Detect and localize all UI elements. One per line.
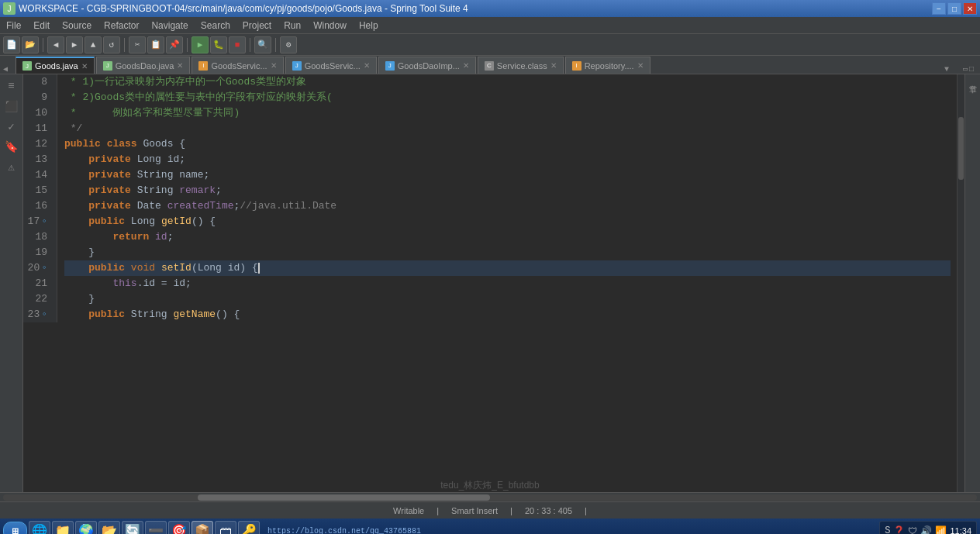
menu-source[interactable]: Source — [56, 17, 98, 33]
toolbar-search[interactable]: 🔍 — [254, 36, 271, 53]
tab-close-repository[interactable]: ✕ — [637, 61, 644, 70]
taskbar-ie[interactable]: 🌐 — [29, 521, 50, 534]
status-center: Writable | Smart Insert | 20 : 33 : 405 … — [393, 506, 587, 515]
taskbar-chrome[interactable]: 🌍 — [75, 521, 97, 534]
tab-goodsservic1[interactable]: I GoodsServic... ✕ — [192, 57, 283, 74]
editor-container: ≡ ⬛ ✓ 🔖 ⚠ 8 9 10 11 12 13 14 15 16 17 18… — [0, 74, 980, 492]
line-num-12: 12 — [23, 136, 52, 152]
code-line-13: private Long id; — [64, 152, 951, 167]
title-bar: J WORKSPACE - CGB-SPRINGBOOT-04/src/main… — [0, 0, 980, 17]
taskbar-target[interactable]: 🎯 — [168, 521, 190, 534]
taskbar-sts[interactable]: 📦 — [192, 521, 213, 534]
code-line-17: public Long getId() { — [64, 214, 951, 229]
tab-label-goodsdaoimp: GoodsDaoImp... — [398, 61, 460, 71]
tab-goodsdao-java[interactable]: J GoodsDao.java ✕ — [96, 57, 191, 74]
menu-window[interactable]: Window — [307, 17, 353, 33]
line-num-23: 23 — [23, 307, 52, 322]
breakpoints-icon[interactable]: ⬛ — [3, 98, 20, 115]
tab-close-goodsdaoimp[interactable]: ✕ — [463, 61, 469, 70]
tab-goodsdaoimp[interactable]: J GoodsDaoImp... ✕ — [378, 57, 476, 74]
taskbar-minus[interactable]: ➖ — [145, 521, 167, 534]
view-min[interactable]: ▭ — [963, 64, 968, 74]
line-num-10: 10 — [23, 105, 52, 121]
tab-overflow[interactable]: ▼ — [944, 65, 949, 74]
menu-project[interactable]: Project — [236, 17, 278, 33]
view-max[interactable]: □ — [969, 65, 974, 74]
scrollbar-thumb[interactable] — [958, 117, 964, 180]
tray-shield[interactable]: 🛡 — [908, 525, 917, 535]
tab-goodsservic2[interactable]: J GoodsServic... ✕ — [285, 57, 377, 74]
taskbar-key[interactable]: 🔑 — [238, 521, 260, 534]
tasks-icon[interactable]: ✓ — [3, 118, 20, 135]
tab-close-goodsservic1[interactable]: ✕ — [271, 61, 277, 70]
h-scrollbar-thumb[interactable] — [198, 494, 490, 501]
tray-sound[interactable]: 🔊 — [920, 525, 932, 535]
clock: 11:34 — [950, 525, 971, 534]
tab-icon-goodsservic2: J — [292, 61, 302, 71]
outline-icon[interactable]: ≡ — [3, 78, 20, 95]
tab-repository[interactable]: I Repository.... ✕ — [565, 57, 650, 74]
tab-serviceclass[interactable]: C Service.class ✕ — [478, 57, 564, 74]
code-line-21: this.id = id; — [64, 276, 951, 291]
toolbar-new[interactable]: 📄 — [3, 36, 20, 53]
toolbar-forward[interactable]: ▶ — [66, 36, 83, 53]
taskbar-explorer[interactable]: 📁 — [52, 521, 74, 534]
menu-navigate[interactable]: Navigate — [145, 17, 194, 33]
taskbar-box[interactable]: 🗃 — [215, 521, 236, 534]
toolbar-open[interactable]: 📂 — [22, 36, 39, 53]
tab-icon-goodsservic1: I — [198, 61, 208, 71]
start-button[interactable]: ⊞ — [3, 522, 27, 534]
tray-s[interactable]: S — [885, 525, 890, 534]
tab-close-goodsservic2[interactable]: ✕ — [364, 61, 370, 70]
bookmarks-icon[interactable]: 🔖 — [3, 138, 20, 155]
minimize-button[interactable]: − — [932, 2, 946, 15]
menu-run[interactable]: Run — [278, 17, 307, 33]
tab-icon-goodsdao: J — [103, 61, 112, 71]
warnings-icon[interactable]: ⚠ — [3, 158, 20, 175]
toolbar-paste[interactable]: 📌 — [166, 36, 183, 53]
window-controls: − □ ✕ — [932, 2, 977, 15]
vertical-scrollbar[interactable] — [957, 74, 964, 492]
menu-file[interactable]: File — [0, 17, 27, 33]
url-text: https://blog.csdn.net/qq_43765881 — [267, 527, 421, 535]
toolbar-debug[interactable]: 🐛 — [210, 36, 227, 53]
toolbar-up[interactable]: ▲ — [85, 36, 102, 53]
close-button[interactable]: ✕ — [963, 2, 977, 15]
line-num-16: 16 — [23, 198, 52, 214]
code-content[interactable]: * 1)一行记录映射为内存中的一个Goods类型的对象 * 2)Goods类中的… — [58, 74, 957, 492]
status-bar: Writable | Smart Insert | 20 : 33 : 405 … — [0, 501, 980, 518]
toolbar-settings[interactable]: ⚙ — [280, 36, 297, 53]
line-num-19: 19 — [23, 245, 52, 260]
clock-time: 11:34 — [950, 525, 971, 534]
tab-sidebar-toggle[interactable]: ◀ — [3, 64, 8, 74]
taskbar-refresh[interactable]: 🔄 — [122, 521, 143, 534]
horizontal-scrollbar[interactable] — [0, 492, 980, 501]
title-bar-left: J WORKSPACE - CGB-SPRINGBOOT-04/src/main… — [3, 2, 468, 15]
right-panel-chapter[interactable]: 章节 — [968, 76, 978, 82]
code-editor[interactable]: 8 9 10 11 12 13 14 15 16 17 18 19 20 21 … — [23, 74, 957, 492]
menu-edit[interactable]: Edit — [27, 17, 56, 33]
toolbar-cut[interactable]: ✂ — [129, 36, 146, 53]
code-line-8: * 1)一行记录映射为内存中的一个Goods类型的对象 — [64, 74, 951, 90]
tab-close-serviceclass[interactable]: ✕ — [550, 61, 557, 70]
code-line-20: public void setId(Long id) { — [64, 260, 951, 276]
tab-close-goodsdao[interactable]: ✕ — [177, 61, 183, 70]
menu-help[interactable]: Help — [353, 17, 385, 33]
code-line-19: } — [64, 245, 951, 260]
tray-network[interactable]: 📶 — [935, 525, 947, 535]
tab-close-goods[interactable]: ✕ — [81, 62, 88, 71]
menu-search[interactable]: Search — [195, 17, 236, 33]
toolbar-refresh[interactable]: ↺ — [103, 36, 120, 53]
taskbar-folder[interactable]: 📂 — [98, 521, 120, 534]
toolbar-stop[interactable]: ■ — [229, 36, 246, 53]
tab-goods-java[interactable]: J Goods.java ✕ — [16, 57, 95, 74]
menu-refactor[interactable]: Refactor — [98, 17, 145, 33]
tray-help[interactable]: ❓ — [893, 525, 905, 535]
toolbar-copy[interactable]: 📋 — [147, 36, 164, 53]
toolbar-back[interactable]: ◀ — [47, 36, 64, 53]
toolbar-run[interactable]: ▶ — [192, 36, 209, 53]
maximize-button[interactable]: □ — [947, 2, 961, 15]
line-num-21: 21 — [23, 276, 52, 291]
line-num-20: 20 — [23, 260, 52, 276]
h-scrollbar-track[interactable] — [3, 494, 977, 501]
